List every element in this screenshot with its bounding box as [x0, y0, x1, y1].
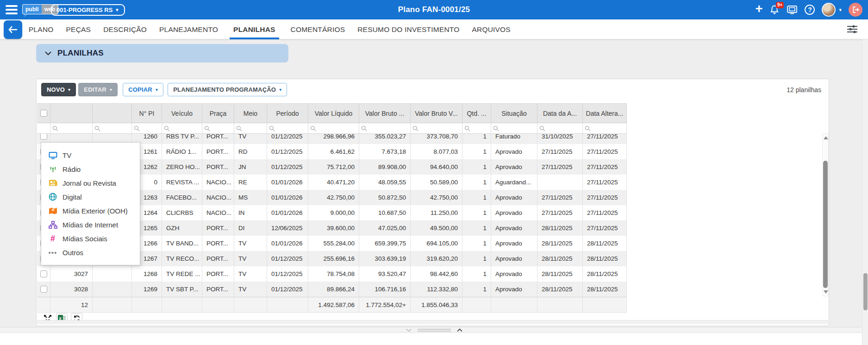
header-periodo[interactable]: Período [267, 104, 308, 123]
header-meio[interactable]: Meio [234, 104, 267, 123]
user-menu-chevron-icon[interactable]: ▾ [839, 7, 842, 13]
menu-item-outros[interactable]: ••• Outros [41, 245, 140, 259]
cell-vbrutov: 694.105,00 [411, 236, 462, 251]
cell-situacao: Aguardand... [491, 175, 537, 190]
menu-item-midia-exterior[interactable]: Mídia Exterior (OOH) [41, 204, 140, 218]
column-filter-input[interactable] [359, 123, 411, 133]
tab-planilhas[interactable]: PLANILHAS [231, 19, 278, 39]
cell-dataalt: 27/11/2025 [583, 144, 627, 159]
page-scrollbar-thumb[interactable] [863, 273, 868, 310]
tab-descricao[interactable]: DESCRIÇÃO [103, 19, 147, 39]
header-select-all[interactable] [37, 104, 50, 123]
chevron-down-icon: ▼ [115, 7, 119, 13]
column-filter-input[interactable] [162, 123, 202, 133]
splitter-grip[interactable] [418, 329, 451, 332]
cell-situacao: Aprovado [491, 282, 537, 297]
menu-item-midias-sociais[interactable]: # Mídias Sociais [41, 232, 140, 245]
tab-resumo-investimento[interactable]: RESUMO DO INVESTIMENTO [357, 19, 459, 39]
tab-arquivos[interactable]: ARQUIVOS [472, 19, 510, 39]
menu-item-radio[interactable]: Rádio [41, 162, 140, 176]
grid-vertical-scrollbar[interactable] [822, 133, 829, 296]
cell-periodo: 01/12/2025 [267, 266, 308, 282]
scroll-down-arrow[interactable] [824, 290, 828, 294]
hamburger-menu-icon[interactable] [6, 5, 18, 14]
header-praca[interactable]: Praça [202, 104, 234, 123]
select-all-checkbox[interactable] [40, 110, 47, 117]
screen-share-icon[interactable] [787, 5, 798, 15]
cell-periodo: 01/01/2026 [267, 205, 308, 220]
column-filter-input[interactable] [50, 123, 93, 133]
add-button[interactable]: + [756, 3, 763, 15]
menu-item-digital[interactable]: Digital [41, 190, 140, 204]
column-filter-input[interactable] [537, 123, 583, 133]
column-filter-input[interactable] [491, 123, 537, 133]
cell-veiculo: FACEBO... [162, 190, 202, 205]
user-avatar[interactable] [822, 3, 836, 17]
cell-vbruto: 355.023,27 [359, 134, 411, 144]
scroll-up-arrow[interactable] [824, 136, 828, 139]
tab-plano[interactable]: PLANO [29, 19, 54, 39]
cell-qtd: 1 [462, 282, 491, 297]
cell-situacao: Aprovado [491, 236, 537, 251]
header-col2[interactable] [93, 104, 132, 123]
column-filter-input[interactable] [202, 123, 234, 133]
help-icon[interactable]: ? [805, 5, 815, 15]
menu-item-jornal-revista[interactable]: Jornal ou Revista [41, 176, 140, 190]
column-filter-input[interactable] [93, 123, 132, 133]
column-filter-input[interactable] [132, 123, 162, 133]
notifications-bell-icon[interactable]: 9+ [769, 5, 780, 15]
cell-periodo: 01/01/2026 [267, 190, 308, 205]
header-valor-bruto[interactable]: Valor Bruto ... [359, 104, 411, 123]
header-id[interactable] [50, 104, 93, 123]
copiar-button[interactable]: COPIAR▾ [123, 83, 163, 96]
cell-vbruto: 7.673,18 [359, 144, 411, 159]
header-valor-liquido[interactable]: Valor Líquido [308, 104, 359, 123]
tab-planejamento[interactable]: PLANEJAMENTO [159, 19, 218, 39]
logout-icon[interactable] [849, 3, 862, 17]
search-icon [52, 125, 58, 132]
cell-dataalt: 27/11/2025 [583, 190, 627, 205]
header-veiculo[interactable]: Veículo [162, 104, 202, 123]
row-checkbox[interactable] [40, 270, 47, 277]
column-filter-input[interactable] [308, 123, 359, 133]
novo-button[interactable]: NOVO▾ [41, 83, 76, 96]
header-situacao[interactable]: Situação [491, 104, 537, 123]
table-row[interactable]: 30281269TV SBT P...PORT...TV01/12/202589… [37, 282, 627, 297]
column-filter-input[interactable] [583, 123, 627, 133]
header-data-da-a[interactable]: Data da A... [537, 104, 583, 123]
cell-qtd: 1 [462, 205, 491, 220]
column-filter-input[interactable] [462, 123, 491, 133]
header-numero-pi[interactable]: N° PI [132, 104, 162, 123]
table-row[interactable]: 30271268TV REDE ...PORT...TV01/12/202578… [37, 266, 627, 282]
planejamento-programacao-button[interactable]: PLANEJAMENTO PROGRAMAÇÃO▾ [168, 83, 287, 96]
filter-sliders-icon[interactable] [847, 25, 858, 36]
tab-pecas[interactable]: PEÇAS [66, 19, 91, 39]
editar-button[interactable]: EDITAR▾ [78, 83, 118, 96]
tab-comentarios[interactable]: COMENTÁRIOS [291, 19, 345, 39]
row-checkbox[interactable] [40, 134, 47, 140]
grid-scrollbar-thumb[interactable] [823, 161, 828, 288]
cell-praca: NACIO... [202, 205, 234, 220]
splitter-expand-icon[interactable] [456, 328, 463, 332]
column-filter-input[interactable] [267, 123, 308, 133]
cell-veiculo: REVISTA ... [162, 175, 202, 190]
organization-selector[interactable]: 001-PROGRESS RS ▼ [51, 4, 125, 16]
cell-meio: DI [234, 220, 267, 236]
column-filter-input[interactable] [411, 123, 462, 133]
cell-veiculo: TV SBT P... [162, 282, 202, 297]
page-vertical-scrollbar[interactable] [862, 39, 868, 345]
row-checkbox[interactable] [40, 286, 47, 293]
back-button[interactable] [4, 20, 22, 39]
column-filter-input[interactable] [234, 123, 267, 133]
cell-meio: TV [234, 236, 267, 251]
menu-item-tv[interactable]: TV [41, 148, 140, 162]
menu-item-midias-internet[interactable]: Mídias de Internet [41, 218, 140, 232]
chevron-down-icon: ▾ [110, 87, 112, 92]
header-valor-bruto-v[interactable]: Valor Bruto V... [411, 104, 462, 123]
grid-horizontal-scrollbar[interactable] [37, 320, 828, 324]
splitter-collapse-icon[interactable] [406, 328, 412, 332]
header-data-altera[interactable]: Data Altera... [583, 104, 627, 123]
panel-splitter[interactable] [0, 327, 868, 333]
planilhas-section-header[interactable]: PLANILHAS [36, 44, 288, 63]
header-qtd[interactable]: Qtd. ... [462, 104, 491, 123]
